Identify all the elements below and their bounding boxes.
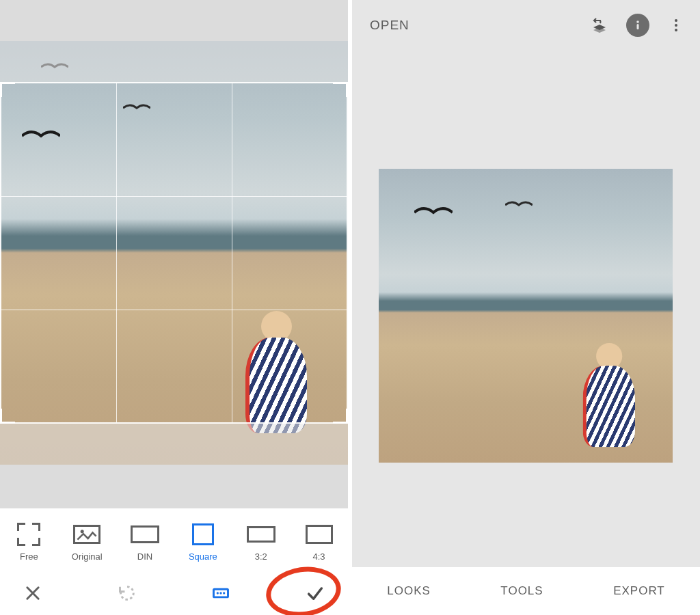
aspect-4-3[interactable]: 4:3 [295, 524, 343, 562]
aspect-original[interactable]: Original [63, 524, 111, 562]
crop-dim-top [0, 41, 348, 82]
more-vertical-icon [668, 17, 684, 33]
main-app-pane: OPEN [352, 0, 700, 615]
crop-editor-pane: Free Original DIN Sq [0, 0, 348, 615]
aspect-menu-icon [211, 584, 230, 603]
bird-silhouette [505, 200, 533, 208]
result-photo [379, 169, 673, 463]
rotate-icon [118, 584, 137, 603]
undo-layers-icon [591, 17, 608, 33]
aspect-din[interactable]: DIN [121, 524, 169, 562]
square-ratio-icon [188, 524, 218, 545]
aspect-label: Free [20, 551, 38, 562]
source-photo [0, 41, 348, 465]
result-canvas[interactable] [352, 51, 700, 567]
info-icon [630, 17, 646, 33]
crop-action-bar [0, 571, 348, 615]
aspect-ratio-row: Free Original DIN Sq [0, 508, 348, 571]
info-button[interactable] [626, 14, 649, 37]
subject-child [583, 343, 636, 459]
svg-point-0 [81, 530, 84, 533]
cancel-button[interactable] [19, 579, 46, 607]
svg-point-2 [217, 592, 219, 594]
bottom-nav: LOOKS TOOLS EXPORT [352, 567, 700, 615]
more-options-button[interactable] [664, 14, 688, 37]
aspect-label: Square [189, 551, 217, 562]
check-icon [306, 584, 325, 603]
svg-point-4 [223, 592, 225, 594]
crop-dim-bottom [0, 424, 348, 465]
crop-canvas[interactable] [0, 0, 348, 508]
bird-silhouette [414, 205, 453, 217]
close-icon [23, 584, 42, 603]
free-crop-icon [14, 524, 44, 545]
top-bar: OPEN [352, 0, 700, 51]
aspect-3-2[interactable]: 3:2 [237, 524, 285, 562]
aspect-label: Original [72, 551, 103, 562]
svg-point-11 [675, 29, 677, 31]
top-actions [588, 14, 688, 37]
bird-silhouette [123, 102, 150, 111]
svg-rect-8 [637, 24, 639, 29]
tab-looks[interactable]: LOOKS [387, 584, 431, 598]
rotate-button[interactable] [113, 579, 141, 607]
tab-tools[interactable]: TOOLS [500, 584, 543, 598]
open-button[interactable]: OPEN [370, 18, 409, 33]
tab-export[interactable]: EXPORT [613, 584, 665, 598]
apply-button[interactable] [301, 579, 329, 607]
svg-point-3 [220, 592, 222, 594]
aspect-label: DIN [137, 551, 152, 562]
original-ratio-icon [72, 524, 102, 545]
bird-silhouette [22, 128, 60, 140]
svg-point-10 [675, 24, 677, 27]
edit-stack-button[interactable] [588, 14, 611, 37]
ratio-4-3-icon [304, 524, 334, 545]
aspect-label: 3:2 [255, 551, 267, 562]
aspect-free[interactable]: Free [5, 524, 53, 562]
ratio-3-2-icon [246, 524, 276, 545]
svg-point-9 [675, 19, 677, 22]
svg-point-7 [636, 20, 639, 23]
aspect-label: 4:3 [313, 551, 325, 562]
din-ratio-icon [130, 524, 160, 545]
aspect-square[interactable]: Square [179, 524, 227, 562]
aspect-presets-button[interactable] [207, 579, 234, 607]
